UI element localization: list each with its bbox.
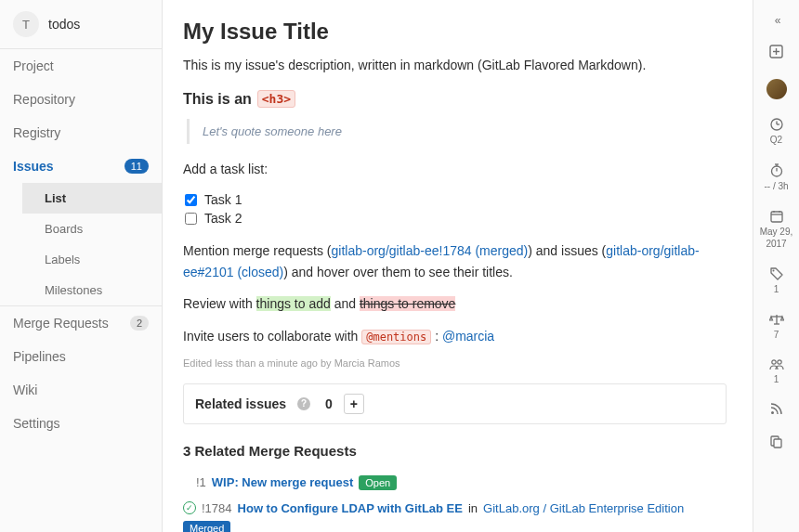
clock-icon	[770, 118, 783, 133]
user-mention-link[interactable]: @marcia	[442, 329, 494, 344]
participants-button[interactable]: 1	[753, 351, 799, 392]
weight-button[interactable]: 7	[753, 305, 799, 347]
code-tag: <h3>	[257, 90, 295, 108]
avatar	[766, 79, 787, 99]
task-list: Task 1 Task 2	[185, 190, 727, 227]
users-icon	[769, 358, 784, 372]
sidebar-item-boards[interactable]: Boards	[22, 214, 162, 244]
weight-value: 7	[774, 330, 779, 340]
mr-project-link[interactable]: GitLab.org / GitLab Enterprise Edition	[483, 501, 684, 515]
deleted-text: things to remove	[360, 296, 456, 311]
task-checkbox[interactable]	[185, 213, 197, 225]
mr-row: ✓ !1784 How to Configure LDAP with GitLa…	[183, 496, 727, 532]
sidebar-item-registry[interactable]: Registry	[0, 116, 162, 149]
nav-label: Registry	[13, 125, 60, 140]
participants-count: 1	[774, 374, 779, 384]
copy-icon	[770, 435, 782, 450]
milestone-button[interactable]: Q2	[753, 110, 799, 152]
review-paragraph: Review with things to add and things to …	[183, 293, 727, 314]
sidebar-item-merge-requests[interactable]: Merge Requests 2	[0, 306, 162, 340]
milestone-label: Q2	[770, 135, 782, 145]
task-item: Task 1	[185, 190, 727, 209]
add-todo-button[interactable]	[753, 37, 799, 68]
sidebar-item-milestones[interactable]: Milestones	[22, 275, 162, 305]
assignee-button[interactable]	[753, 71, 799, 107]
mention-paragraph: Mention merge requests (gitlab-org/gitla…	[183, 240, 727, 282]
sidebar-item-project[interactable]: Project	[0, 49, 162, 83]
sidebar-item-wiki[interactable]: Wiki	[0, 373, 162, 407]
sidebar-item-repository[interactable]: Repository	[0, 83, 162, 116]
text: Review with	[183, 296, 256, 311]
task-item: Task 2	[185, 209, 727, 227]
task-intro: Add a task list:	[183, 159, 727, 179]
due-date-button[interactable]: May 29, 2017	[753, 202, 799, 256]
related-issues-panel: Related issues ? 0 +	[183, 383, 727, 424]
task-label: Task 2	[204, 211, 242, 226]
text: ) and issues (	[528, 243, 606, 258]
date-line2: 2017	[766, 239, 786, 249]
mr-reference-link[interactable]: gitlab-org/gitlab-ee!1784 (merged)	[332, 243, 529, 258]
notifications-button[interactable]	[753, 396, 799, 424]
mr-title-link[interactable]: WIP: New merge request	[212, 475, 353, 489]
task-checkbox[interactable]	[185, 194, 197, 206]
sidebar-item-settings[interactable]: Settings	[0, 407, 162, 440]
status-badge: Merged	[183, 521, 230, 532]
text: Mention merge requests (	[183, 243, 332, 258]
nav-label: Settings	[13, 416, 60, 431]
nav-label: Wiki	[13, 383, 37, 397]
svg-point-18	[771, 360, 775, 364]
stopwatch-icon	[770, 163, 783, 179]
add-related-issue-button[interactable]: +	[344, 394, 364, 414]
nav-label: Repository	[13, 92, 75, 107]
nav-label: Merge Requests	[13, 316, 109, 331]
copy-reference-button[interactable]	[753, 428, 799, 458]
text: Invite users to collaborate with	[183, 329, 361, 344]
inserted-text: things to add	[256, 296, 331, 311]
nav-label: Boards	[45, 222, 83, 236]
status-badge: Open	[359, 475, 397, 490]
main-content: My Issue Title This is my issue's descri…	[163, 0, 753, 532]
text: ) and hover over them to see their title…	[283, 265, 513, 279]
scale-icon	[769, 313, 784, 328]
project-name: todos	[48, 17, 80, 32]
issues-submenu: List Boards Labels Milestones	[0, 183, 162, 305]
sidebar-item-labels[interactable]: Labels	[22, 244, 162, 275]
nav-label: Pipelines	[13, 349, 66, 364]
svg-rect-10	[771, 212, 782, 222]
mr-title-link[interactable]: How to Configure LDAP with GitLab EE	[238, 501, 463, 515]
help-icon[interactable]: ?	[297, 397, 310, 410]
mention-code: @mentions	[361, 330, 431, 344]
text: and	[331, 296, 360, 311]
project-header[interactable]: T todos	[0, 0, 162, 48]
mr-count-badge: 2	[130, 316, 149, 331]
sidebar-item-list[interactable]: List	[22, 183, 162, 214]
calendar-icon	[770, 210, 783, 225]
nav-label: Issues	[13, 159, 54, 174]
right-sidebar: « Q2 -- / 3h May 29, 2017	[753, 0, 799, 532]
rss-icon	[770, 403, 782, 417]
left-sidebar: T todos Project Repository Registry Issu…	[0, 0, 163, 532]
sidebar-item-issues[interactable]: Issues 11	[0, 149, 162, 183]
svg-rect-22	[774, 439, 781, 448]
blockquote: Let's quote someone here	[187, 119, 727, 144]
time-value: -- / 3h	[764, 181, 788, 191]
date-line1: May 29,	[760, 227, 793, 237]
heading-h3-example: This is an <h3>	[183, 90, 727, 108]
svg-point-14	[772, 270, 774, 272]
nav-label: List	[45, 191, 66, 205]
labels-button[interactable]: 1	[753, 260, 799, 302]
sidebar-item-pipelines[interactable]: Pipelines	[0, 340, 162, 373]
nav-label: Project	[13, 58, 54, 73]
svg-point-19	[777, 360, 780, 364]
edited-note: Edited less than a minute ago by Marcia …	[183, 357, 727, 369]
tag-icon	[770, 267, 783, 282]
nav-label: Milestones	[45, 283, 102, 297]
plus-square-icon	[769, 45, 783, 60]
time-tracking-button[interactable]: -- / 3h	[753, 156, 799, 199]
issue-title: My Issue Title	[183, 19, 727, 45]
chevron-left-icon: «	[775, 15, 779, 26]
collapse-sidebar-button[interactable]: «	[753, 7, 799, 33]
text: in	[468, 501, 478, 515]
issues-count-badge: 11	[124, 159, 149, 174]
project-avatar: T	[13, 11, 39, 37]
